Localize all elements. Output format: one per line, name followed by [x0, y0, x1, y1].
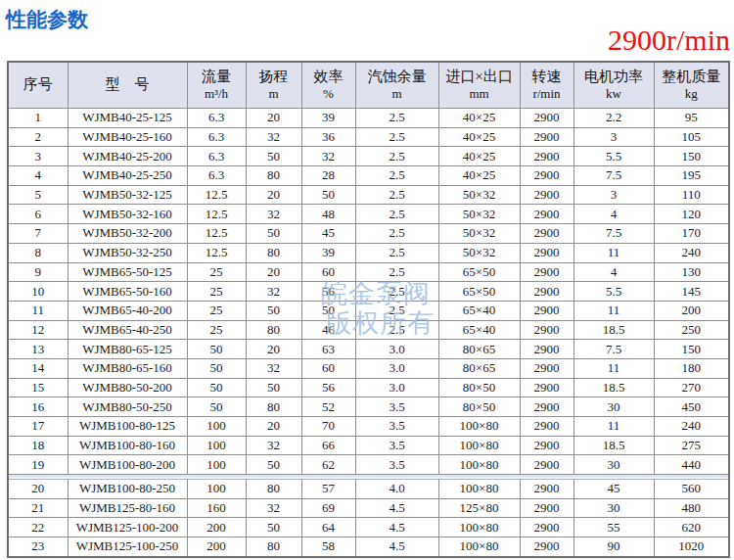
table-cell: 65×50	[438, 262, 520, 282]
table-cell: 60	[301, 262, 355, 282]
table-cell: WJMB80-50-200	[68, 378, 187, 397]
table-row: 9WJMB65-50-1252520602.565×5029004130	[8, 262, 729, 282]
table-body: 1WJMB40-25-1256.320392.540×2529002.2952W…	[8, 109, 729, 557]
table-cell: 50	[187, 358, 246, 378]
table-cell: 18.5	[573, 436, 654, 455]
table-cell: 110	[654, 185, 729, 205]
table-cell: 3.5	[355, 417, 438, 437]
table-cell: 3.0	[355, 378, 438, 397]
column-header: 进口×出口mm	[438, 62, 520, 109]
table-cell: 12.5	[187, 185, 246, 205]
table-cell: 25	[187, 320, 246, 340]
table-cell: 3	[573, 127, 654, 147]
table-cell: 3.5	[355, 397, 438, 417]
table-cell: 16	[8, 397, 68, 417]
table-cell: WJMB100-80-200	[68, 455, 187, 475]
table-cell: 100×80	[438, 417, 520, 437]
header-row: 序号型 号流量m³/h扬程m效率%汽蚀余量m进口×出口mm转速r/min电机功率…	[8, 62, 729, 109]
table-cell: 275	[654, 436, 729, 455]
table-cell: 30	[573, 498, 654, 518]
column-header: 效率%	[301, 62, 355, 109]
table-cell: 2900	[520, 205, 573, 224]
table-cell: 40×25	[438, 147, 520, 166]
table-cell: WJMB50-32-250	[68, 243, 187, 262]
table-row: 19WJMB100-80-20010050623.5100×8029003044…	[8, 455, 729, 475]
table-cell: 65×40	[438, 301, 520, 320]
table-cell: 4	[573, 262, 654, 282]
page-title: 性能参数	[6, 6, 88, 33]
table-cell: WJMB125-80-160	[68, 498, 187, 518]
table-cell: 7.5	[573, 166, 654, 186]
table-cell: 28	[301, 166, 355, 186]
table-cell: 2900	[520, 301, 573, 320]
table-cell: 100×80	[438, 537, 520, 557]
table-cell: 150	[654, 147, 729, 166]
table-cell: 15	[8, 378, 68, 397]
table-cell: WJMB125-100-200	[68, 518, 187, 537]
table-cell: 2900	[520, 480, 573, 499]
table-cell: 2900	[520, 498, 573, 518]
table-cell: WJMB100-80-160	[68, 436, 187, 455]
table-cell: 100	[187, 436, 246, 455]
table-cell: 14	[8, 358, 68, 378]
table-row: 17WJMB100-80-12510020703.5100×8029001124…	[8, 417, 729, 437]
table-cell: 2900	[520, 320, 573, 340]
table-cell: 90	[573, 537, 654, 557]
table-cell: 18.5	[573, 378, 654, 397]
table-cell: 11	[573, 243, 654, 262]
table-cell: 3.5	[355, 455, 438, 475]
table-cell: 50	[187, 340, 246, 359]
table-header: 序号型 号流量m³/h扬程m效率%汽蚀余量m进口×出口mm转速r/min电机功率…	[8, 62, 729, 109]
table-cell: 22	[8, 518, 68, 537]
rated-speed-label: 2900r/min	[608, 23, 730, 57]
table-cell: 2.5	[355, 147, 438, 166]
table-row: 18WJMB100-80-16010032663.5100×80290018.5…	[8, 436, 729, 455]
table-cell: 2.5	[355, 262, 438, 282]
table-cell: 200	[654, 301, 729, 320]
table-cell: 150	[654, 340, 729, 359]
table-cell: 50	[246, 378, 301, 397]
table-cell: 32	[246, 282, 301, 302]
table-cell: 12	[8, 320, 68, 340]
table-cell: 100	[187, 455, 246, 475]
table-cell: 2900	[520, 127, 573, 147]
table-cell: 52	[301, 397, 355, 417]
table-cell: 39	[301, 109, 355, 128]
table-row: 3WJMB40-25-2006.350322.540×2529005.5150	[8, 147, 729, 166]
table-cell: WJMB100-80-250	[68, 480, 187, 499]
table-cell: 100×80	[438, 436, 520, 455]
table-row: 15WJMB80-50-2005050563.080×50290018.5270	[8, 378, 729, 397]
table-cell: WJMB40-25-125	[68, 109, 187, 128]
table-cell: 80	[246, 243, 301, 262]
table-cell: 11	[573, 301, 654, 320]
table-cell: 32	[301, 147, 355, 166]
table-cell: 23	[8, 537, 68, 557]
table-cell: 3.0	[355, 340, 438, 359]
table-cell: 80×65	[438, 358, 520, 378]
table-cell: 2900	[520, 518, 573, 537]
table-cell: WJMB80-65-125	[68, 340, 187, 359]
table-cell: WJMB80-65-160	[68, 358, 187, 378]
table-cell: 1	[8, 109, 68, 128]
table-cell: WJMB65-50-160	[68, 282, 187, 302]
table-cell: 4.5	[355, 537, 438, 557]
column-header: 整机质量kg	[654, 62, 729, 109]
table-cell: 145	[654, 282, 729, 302]
table-cell: 50	[187, 397, 246, 417]
table-cell: 100	[187, 417, 246, 437]
column-header: 流量m³/h	[187, 62, 246, 109]
table-cell: 4.0	[355, 480, 438, 499]
table-cell: 240	[654, 417, 729, 437]
table-row: 20WJMB100-80-25010080574.0100×8029004556…	[8, 480, 729, 499]
table-cell: WJMB125-100-250	[68, 537, 187, 557]
table-cell: 30	[573, 455, 654, 475]
table-cell: 2.5	[355, 301, 438, 320]
table-cell: 3	[8, 147, 68, 166]
table-row: 22WJMB125-100-20020050644.5100×802900556…	[8, 518, 729, 537]
table-cell: 25	[187, 262, 246, 282]
table-cell: 2.5	[355, 243, 438, 262]
table-cell: 2.5	[355, 166, 438, 186]
table-cell: 18.5	[573, 320, 654, 340]
table-cell: 32	[246, 205, 301, 224]
table-cell: 65×50	[438, 282, 520, 302]
